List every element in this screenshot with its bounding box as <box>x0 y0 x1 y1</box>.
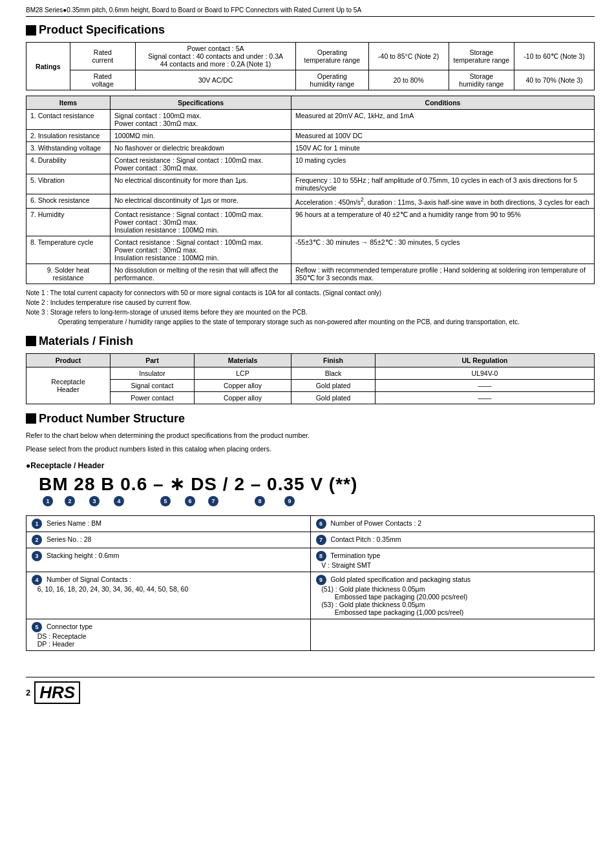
spec-cond-2: Measured at 100V DC <box>291 130 595 142</box>
mat-ul-signal: —— <box>376 379 595 391</box>
materials-section: Materials / Finish Product Part Material… <box>26 335 595 404</box>
ratings-table: Ratings Ratedcurrent Power contact : 5A … <box>26 42 595 90</box>
mat-row-signal: Signal contact Copper alloy Gold plated … <box>26 379 595 391</box>
legend-left-5: 5 Connector type DS : Receptacle DP : He… <box>26 619 311 651</box>
note-3a: Note 3 : Storage refers to long-term-sto… <box>26 307 595 317</box>
spec-row-insulation: 2. Insulation resistance 1000MΩ min. Mea… <box>26 130 595 142</box>
spec-row-withstanding: 3. Withstanding voltage No flashover or … <box>26 142 595 154</box>
pn-seg-bm: BM <box>39 475 69 493</box>
spec-cond-3: 150V AC for 1 minute <box>291 142 595 154</box>
hrs-logo: HRS <box>34 681 80 704</box>
spec-cond-7: 96 hours at a temperature of 40 ±2℃ and … <box>291 208 595 236</box>
annot-6: 6 <box>185 496 195 506</box>
annot-7: 7 <box>208 496 218 506</box>
spec-cond-8: -55±3℃ : 30 minutes → 85±2℃ : 30 minutes… <box>291 236 595 264</box>
spec-item-1: 1. Contact resistance <box>26 110 111 130</box>
spec-cond-5: Frequency : 10 to 55Hz ; half amplitude … <box>291 174 595 194</box>
spec-row-durability: 4. Durability Contact resistance : Signa… <box>26 154 595 174</box>
mat-material-power: Copper alloy <box>195 391 291 404</box>
annot-4: 4 <box>114 496 124 506</box>
legend-left-4: 4 Number of Signal Contacts : 6, 10, 16,… <box>26 572 311 619</box>
mat-finish-signal: Gold plated <box>291 379 376 391</box>
materials-square-icon <box>26 336 36 346</box>
op-humidity-label: Operatinghumidity range <box>295 70 368 90</box>
materials-title: Materials / Finish <box>26 335 595 348</box>
mat-part-power: Power contact <box>111 391 195 404</box>
pn-space3 <box>115 475 121 493</box>
rated-current-value: Power contact : 5A Signal contact : 40 c… <box>136 43 296 70</box>
footer-page-number: 2 <box>26 688 30 698</box>
spec-spec-9: No dissolution or melting of the resin t… <box>111 264 291 284</box>
specs-header-conditions: Conditions <box>291 96 595 110</box>
note-2: Note 2 : Includes temperature rise cause… <box>26 298 595 307</box>
pn-space1 <box>69 475 74 493</box>
mat-header-ul: UL Regulation <box>376 353 595 367</box>
mat-header-product: Product <box>26 353 111 367</box>
pn-wrapper: BM 28 B 0.6 – ∗ DS / 2 – 0.35 V <box>39 475 595 513</box>
annot-1: 1 <box>43 496 53 506</box>
specs-header-items: Items <box>26 96 111 110</box>
spec-item-2: 2. Insulation resistance <box>26 130 111 142</box>
note-1: Note 1 : The total current capacity for … <box>26 288 595 298</box>
pn-chars: BM 28 B 0.6 – ∗ DS / 2 – 0.35 V <box>39 475 595 493</box>
pn-intro2: Please select from the product numbers l… <box>26 444 595 455</box>
pn-space4 <box>147 475 153 493</box>
spec-item-4: 4. Durability <box>26 154 111 174</box>
notes-section: Note 1 : The total current capacity for … <box>26 288 595 327</box>
pn-space11 <box>305 475 311 493</box>
pn-seg-slash2: / <box>223 475 229 493</box>
rated-current-label: Ratedcurrent <box>70 43 135 70</box>
pn-seg-2: 2 <box>234 475 245 493</box>
legend-row-4: 4 Number of Signal Contacts : 6, 10, 16,… <box>26 572 595 619</box>
page-header: BM28 Series●0.35mm pitch, 0.6mm height, … <box>26 6 595 17</box>
legend-row-3: 3 Stacking height : 0.6mm 8 Termination … <box>26 548 595 572</box>
pn-seg-b: B <box>101 475 114 493</box>
mat-row-power: Power contact Copper alloy Gold plated —… <box>26 391 595 404</box>
annot-3: 3 <box>89 496 100 506</box>
pn-seg-ds: DS <box>191 475 217 493</box>
pn-space8 <box>229 475 235 493</box>
storage-humidity-label: Storagehumidity range <box>449 70 514 90</box>
spec-row-humidity: 7. Humidity Contact resistance : Signal … <box>26 208 595 236</box>
mat-row-insulator: ReceptacleHeader Insulator LCP Black UL9… <box>26 367 595 379</box>
specs-header-specs: Specifications <box>111 96 291 110</box>
spec-item-6: 6. Shock resistance <box>26 194 111 209</box>
pn-space2 <box>95 475 101 493</box>
pn-seg-dash2: – <box>251 475 262 493</box>
mat-ul-ul94: UL94V-0 <box>376 367 595 379</box>
legend-row-5: 5 Connector type DS : Receptacle DP : He… <box>26 619 595 651</box>
mat-finish-black: Black <box>291 367 376 379</box>
footer: 2 HRS <box>26 677 595 704</box>
legend-right-3: 8 Termination type V : Straight SMT <box>310 548 595 572</box>
legend-right-5 <box>310 619 595 651</box>
legend-left-3: 3 Stacking height : 0.6mm <box>26 548 311 572</box>
annot-row: 1 2 3 4 5 6 7 8 9 <box>39 496 595 506</box>
spec-cond-6: Acceleration : 450m/s2, duration : 11ms,… <box>291 194 595 209</box>
spec-item-8: 8. Temperature cycle <box>26 236 111 264</box>
mat-finish-power: Gold plated <box>291 391 376 404</box>
spec-cond-9: Reflow : with recommended temperature pr… <box>291 264 595 284</box>
pn-seg-v: V <box>310 475 323 493</box>
legend-left-2: 2 Series No. : 28 <box>26 532 311 548</box>
spec-row-shock: 6. Shock resistance No electrical discon… <box>26 194 595 209</box>
product-number-section: Product Number Structure Refer to the ch… <box>26 412 595 652</box>
legend-table: 1 Series Name : BM 6 Number of Power Con… <box>26 515 595 651</box>
annot-2: 2 <box>65 496 75 506</box>
mat-ul-power: —— <box>376 391 595 404</box>
pn-space5 <box>164 475 170 493</box>
pn-seg-parens: (**) <box>329 475 357 493</box>
pn-space9 <box>245 475 251 493</box>
annot-5: 5 <box>160 496 171 506</box>
spec-item-7: 7. Humidity <box>26 208 111 236</box>
pn-square-icon <box>26 413 36 424</box>
product-number-title: Product Number Structure <box>26 412 595 426</box>
storage-temp-value: -10 to 60℃ (Note 3) <box>514 43 595 70</box>
spec-spec-1: Signal contact : 100mΩ max.Power contact… <box>111 110 291 130</box>
op-temp-range-label: Operatingtemperature range <box>295 43 368 70</box>
annot-9: 9 <box>284 496 295 506</box>
pn-intro1: Refer to the chart below when determinin… <box>26 431 595 441</box>
spec-cond-4: 10 mating cycles <box>291 154 595 174</box>
legend-left-1: 1 Series Name : BM <box>26 516 311 532</box>
legend-row-2: 2 Series No. : 28 7 Contact Pitch : 0.35… <box>26 532 595 548</box>
pn-space6 <box>185 475 191 493</box>
